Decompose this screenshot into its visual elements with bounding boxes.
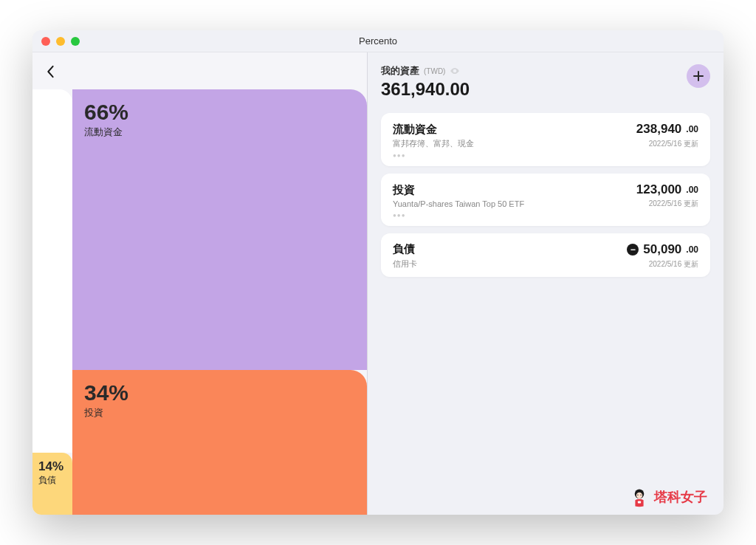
add-asset-button[interactable] (687, 64, 710, 88)
plus-icon (693, 70, 704, 82)
treemap-block-liquid[interactable]: 66% 流動資金 (72, 89, 367, 370)
minus-icon: − (627, 244, 639, 256)
card-row-sub: 富邦存簿、富邦、現金 2022/5/16 更新 (393, 138, 698, 149)
card-indicator-dots: ●●● (393, 152, 698, 159)
card-subtitle: Yuanta/P-shares Taiwan Top 50 ETF (393, 199, 524, 208)
svg-rect-4 (638, 501, 641, 504)
card-row-top: 負債 − 50,090.00 (393, 242, 698, 257)
card-row-top: 流動資金 238,940.00 (393, 122, 698, 137)
visibility-toggle-icon[interactable] (450, 66, 460, 76)
card-amount-int: 238,940 (636, 122, 681, 137)
treemap-block-invest[interactable]: 34% 投資 (72, 370, 367, 515)
traffic-lights (41, 37, 80, 46)
card-subtitle: 信用卡 (393, 258, 417, 270)
treemap-debt-pct: 14% (38, 460, 66, 474)
svg-point-2 (637, 495, 638, 496)
close-button[interactable] (41, 37, 50, 46)
category-card-liquid[interactable]: 流動資金 238,940.00 富邦存簿、富邦、現金 2022/5/16 更新 … (381, 113, 710, 166)
assets-currency: (TWD) (424, 67, 445, 75)
svg-point-1 (636, 493, 642, 498)
category-card-debt[interactable]: 負債 − 50,090.00 信用卡 2022/5/16 更新 (381, 233, 710, 277)
assets-heading-group: 我的資產 (TWD) 361,940.00 (381, 64, 470, 100)
watermark: 塔科女子 (629, 487, 707, 507)
svg-point-3 (640, 495, 641, 496)
card-title: 負債 (393, 242, 415, 256)
card-amount-dec: .00 (686, 185, 698, 195)
card-amount: − 50,090.00 (627, 242, 698, 257)
card-title: 投資 (393, 183, 415, 197)
card-amount: 238,940.00 (636, 122, 698, 137)
watermark-text: 塔科女子 (654, 488, 707, 506)
card-updated: 2022/5/16 更新 (649, 199, 698, 209)
watermark-avatar-icon (629, 487, 650, 507)
chevron-left-icon (46, 65, 55, 78)
right-panel: 我的資產 (TWD) 361,940.00 流 (368, 52, 724, 515)
card-amount-dec: .00 (686, 244, 698, 255)
card-row-sub: 信用卡 2022/5/16 更新 (393, 258, 698, 270)
category-card-invest[interactable]: 投資 123,000.00 Yuanta/P-shares Taiwan Top… (381, 174, 710, 226)
treemap-invest-pct: 34% (84, 380, 355, 405)
treemap-invest-name: 投資 (84, 406, 355, 419)
card-amount: 123,000.00 (636, 182, 698, 197)
window-title: Percento (359, 35, 397, 47)
treemap-liquid-pct: 66% (84, 100, 355, 124)
back-button[interactable] (41, 63, 59, 80)
card-updated: 2022/5/16 更新 (649, 139, 698, 149)
left-panel: 66% 流動資金 34% 投資 14% 負債 (32, 52, 368, 515)
card-row-top: 投資 123,000.00 (393, 182, 698, 197)
minimize-button[interactable] (56, 37, 65, 46)
card-subtitle: 富邦存簿、富邦、現金 (393, 138, 474, 149)
card-amount-int: 50,090 (643, 242, 681, 257)
card-amount-dec: .00 (686, 124, 698, 134)
treemap-debt-name: 負債 (38, 474, 66, 487)
treemap-liquid-name: 流動資金 (84, 126, 355, 139)
card-title: 流動資金 (393, 123, 437, 137)
card-row-sub: Yuanta/P-shares Taiwan Top 50 ETF 2022/5… (393, 199, 698, 209)
treemap-block-debt[interactable]: 14% 負債 (32, 453, 72, 515)
treemap-block-other (32, 89, 72, 453)
titlebar: Percento (32, 30, 724, 52)
asset-treemap: 66% 流動資金 34% 投資 14% 負債 (32, 89, 367, 515)
assets-header: 我的資產 (TWD) 361,940.00 (381, 64, 710, 100)
app-window: Percento 66% 流動資金 34% 投資 14% (32, 30, 724, 515)
card-indicator-dots: ●●● (393, 212, 698, 219)
assets-title-row: 我的資產 (TWD) (381, 64, 470, 78)
content-area: 66% 流動資金 34% 投資 14% 負債 我的資產 (TWD) (32, 52, 724, 515)
maximize-button[interactable] (71, 37, 80, 46)
assets-heading: 我的資產 (381, 64, 419, 78)
card-updated: 2022/5/16 更新 (649, 259, 698, 270)
card-amount-int: 123,000 (636, 182, 681, 197)
assets-total: 361,940.00 (381, 79, 470, 100)
